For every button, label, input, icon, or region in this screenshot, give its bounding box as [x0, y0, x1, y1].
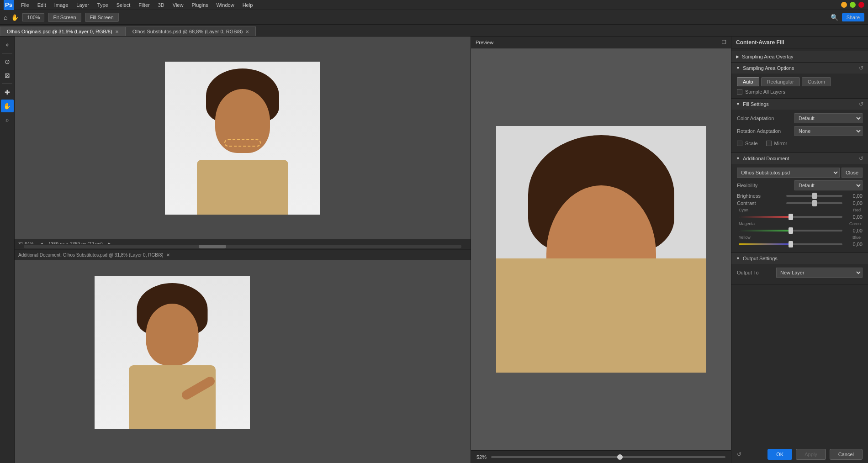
sampling-overlay-header[interactable]: ▶ Sampling Area Overlay: [731, 51, 868, 62]
fit-screen-button[interactable]: Fit Screen: [48, 13, 81, 22]
blue-label: Blue: [852, 235, 861, 240]
heal-tool[interactable]: ✚: [1, 86, 14, 99]
mirror-checkbox[interactable]: [766, 141, 772, 146]
tab-olhos-substitutos[interactable]: Olhos Substitutos.psd @ 68,8% (Layer 0, …: [126, 26, 256, 36]
ok-button[interactable]: OK: [767, 449, 792, 460]
menu-file[interactable]: File: [17, 1, 33, 9]
brightness-slider[interactable]: [786, 195, 842, 197]
additional-doc-reset[interactable]: ↺: [859, 155, 863, 162]
sampling-rectangular-btn[interactable]: Rectangular: [761, 77, 800, 86]
additional-doc-close[interactable]: ✕: [166, 253, 170, 258]
share-icon[interactable]: Share: [842, 13, 864, 21]
preview-collapse-icon[interactable]: ❐: [722, 39, 726, 45]
magenta-green-slider[interactable]: [739, 230, 842, 232]
contrast-slider[interactable]: [786, 202, 842, 204]
zoom-thumb[interactable]: [617, 454, 623, 460]
rotation-adaptation-select[interactable]: None: [794, 126, 863, 136]
preview-header: Preview ❐: [471, 37, 731, 48]
scale-label: Scale: [745, 141, 758, 146]
fill-settings-reset[interactable]: ↺: [859, 101, 863, 107]
menu-window[interactable]: Window: [213, 1, 238, 9]
hand-tool[interactable]: ✋: [1, 100, 14, 112]
menu-3d[interactable]: 3D: [154, 1, 168, 9]
sampling-options-label: Sampling Area Options: [743, 65, 794, 71]
hscrollbar-top[interactable]: [15, 244, 471, 249]
minimize-button[interactable]: [841, 2, 847, 8]
menu-image[interactable]: Image: [51, 1, 72, 9]
doc-select[interactable]: Olhos Substitutos.psd: [737, 168, 840, 178]
menu-type[interactable]: Type: [94, 1, 112, 9]
scrollbar-thumb-top[interactable]: [199, 245, 226, 248]
additional-doc-section: ▼ Additional Document ↺ Olhos Substituto…: [731, 153, 868, 253]
tab-close-1[interactable]: ✕: [115, 29, 119, 34]
close-button[interactable]: [858, 2, 864, 8]
sampling-radio-group: Auto Rectangular Custom: [737, 77, 863, 86]
panel-title: Content-Aware Fill: [731, 37, 868, 48]
cancel-button[interactable]: Cancel: [830, 449, 863, 460]
brightness-thumb[interactable]: [812, 193, 817, 199]
flexibility-select[interactable]: Default: [794, 180, 863, 190]
menu-bar: Ps File Edit Image Layer Type Select Fil…: [0, 0, 868, 10]
menu-view[interactable]: View: [169, 1, 187, 9]
document-image-top[interactable]: [165, 62, 320, 215]
yellow-blue-slider[interactable]: [739, 243, 842, 245]
tab-olhos-originais[interactable]: Olhos Originais.psd @ 31,6% (Layer 0, RG…: [0, 26, 126, 36]
home-icon[interactable]: ⌂: [4, 14, 7, 21]
menu-select[interactable]: Select: [113, 1, 134, 9]
toolbox: ⌖ ⊙ ⊠ ✚ ✋ ⌕: [0, 37, 15, 463]
hand-tool-icon[interactable]: ✋: [11, 14, 19, 21]
color-adaptation-select[interactable]: Default: [794, 113, 863, 123]
sample-all-layers-row: Sample All Layers: [737, 89, 863, 95]
lasso-tool[interactable]: ⊙: [1, 55, 14, 68]
zoom-tool[interactable]: ⌕: [1, 113, 14, 126]
zoom-input[interactable]: 100%: [22, 13, 44, 21]
person-bottom: [95, 276, 250, 429]
yellow-blue-thumb[interactable]: [789, 241, 793, 247]
flexibility-label: Flexibility: [737, 183, 792, 188]
canvas-content-bottom[interactable]: [15, 260, 471, 463]
menu-edit[interactable]: Edit: [34, 1, 50, 9]
sample-all-layers-checkbox[interactable]: [737, 89, 742, 95]
additional-doc-header[interactable]: ▼ Additional Document ↺: [731, 153, 868, 164]
cyan-red-slider[interactable]: [739, 216, 842, 218]
doc-select-row: Olhos Substitutos.psd Close: [737, 168, 863, 178]
menu-help[interactable]: Help: [239, 1, 257, 9]
magenta-green-thumb[interactable]: [789, 227, 793, 234]
fill-screen-button[interactable]: Fill Screen: [85, 13, 119, 22]
sampling-options-header[interactable]: ▼ Sampling Area Options ↺: [731, 63, 868, 74]
preview-panel: Preview ❐ 52%: [471, 37, 731, 463]
output-to-select[interactable]: New Layer Current Layer Duplicate Layer: [776, 268, 863, 278]
fill-settings-content: Color Adaptation Default Rotation Adapta…: [731, 110, 868, 153]
canvas-top: 31,64% ◀ 1359 px × 1359 px (72 ppi) ▶: [15, 37, 471, 250]
flexibility-row: Flexibility Default: [737, 180, 863, 190]
search-icon[interactable]: 🔍: [831, 14, 838, 21]
cyan-red-thumb[interactable]: [789, 214, 793, 220]
menu-plugins[interactable]: Plugins: [188, 1, 212, 9]
preview-title: Preview: [476, 40, 493, 45]
canvas-content-top[interactable]: [15, 37, 471, 239]
magenta-green-labels: Magenta Green: [737, 221, 863, 226]
document-image-bottom[interactable]: [95, 276, 250, 429]
contrast-thumb[interactable]: [812, 200, 817, 206]
menu-layer[interactable]: Layer: [73, 1, 93, 9]
preview-image-area[interactable]: [471, 48, 731, 450]
menu-filter[interactable]: Filter: [135, 1, 153, 9]
scale-checkbox[interactable]: [737, 141, 742, 146]
sampling-auto-btn[interactable]: Auto: [737, 77, 759, 86]
move-tool[interactable]: ⌖: [1, 38, 14, 51]
footer-reset-icon[interactable]: ↺: [737, 451, 741, 458]
zoom-slider[interactable]: [491, 456, 725, 458]
output-settings-header[interactable]: ▼ Output Settings: [731, 253, 868, 264]
cyan-label: Cyan: [739, 208, 748, 212]
maximize-button[interactable]: [850, 2, 856, 8]
crop-tool[interactable]: ⊠: [1, 69, 14, 82]
sampling-custom-btn[interactable]: Custom: [802, 77, 831, 86]
sampling-options-reset[interactable]: ↺: [859, 65, 863, 71]
preview-zoom-bar: 52%: [471, 450, 731, 463]
right-panel: Content-Aware Fill ▶ Sampling Area Overl…: [731, 37, 868, 463]
close-doc-button[interactable]: Close: [842, 168, 863, 178]
tab-close-2[interactable]: ✕: [245, 29, 249, 34]
apply-button[interactable]: Apply: [796, 449, 826, 460]
fill-settings-header[interactable]: ▼ Fill Settings ↺: [731, 99, 868, 110]
magenta-value: 0,00: [846, 228, 863, 233]
